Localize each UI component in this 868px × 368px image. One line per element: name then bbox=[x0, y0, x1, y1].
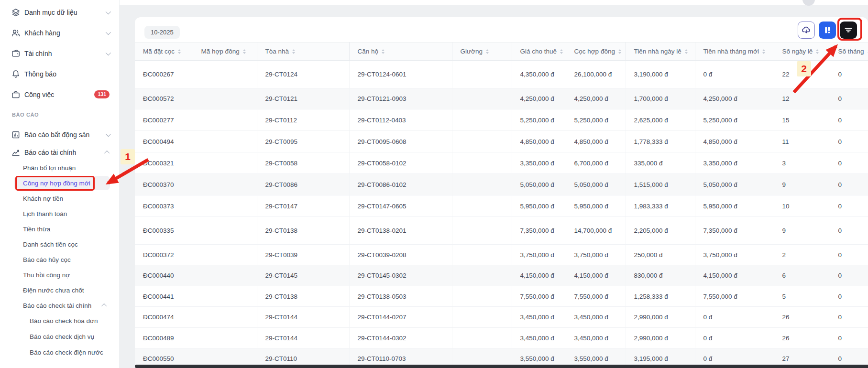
cell-coc-hop-dong: 4,850,000 đ bbox=[566, 131, 626, 152]
filter-button[interactable] bbox=[840, 22, 857, 39]
cell-can-ho: 29-CT0145-0302 bbox=[349, 265, 452, 286]
column-header-so-ngay-le[interactable]: Số ngày lẻ bbox=[774, 43, 830, 61]
cell-so-thang: 0 bbox=[830, 217, 868, 245]
cell-tien-nha-ngay-le: 830,000 đ bbox=[626, 265, 695, 286]
column-header-can-ho[interactable]: Căn hộ bbox=[349, 43, 452, 61]
horizontal-scrollbar[interactable] bbox=[135, 365, 868, 368]
cell-toa-nha: 29-CT0086 bbox=[257, 174, 349, 195]
table-row-ĐC000321[interactable]: ĐC00032129-CT005829-CT0058-01023,350,000… bbox=[135, 152, 868, 174]
table-row-ĐC000572[interactable]: ĐC00057229-CT012129-CT0121-09034,250,000… bbox=[135, 88, 868, 109]
cell-so-thang: 0 bbox=[830, 131, 868, 152]
cell-can-ho: 29-CT0138-0503 bbox=[349, 286, 452, 307]
sidebar-item-dien-nuoc-chua-chot[interactable]: Điện nước chưa chốt bbox=[0, 282, 119, 298]
cell-tien-nha-ngay-le: 1,700,000 đ bbox=[626, 88, 695, 109]
chevron-up-icon bbox=[104, 151, 110, 156]
cell-ma-hop-dong bbox=[193, 152, 257, 174]
cell-coc-hop-dong: 3,750,000 đ bbox=[566, 245, 626, 265]
filter-icon bbox=[844, 25, 853, 35]
column-header-label: Mã hợp đồng bbox=[201, 48, 240, 55]
period-chip[interactable]: 10-2025 bbox=[144, 26, 180, 39]
cell-tien-nha-ngay-le: 2,990,000 đ bbox=[626, 328, 695, 348]
table-row-ĐC000335[interactable]: ĐC00033529-CT013829-CT0138-02017,350,000… bbox=[135, 217, 868, 245]
sidebar-item-bao-cao-huy-coc[interactable]: Báo cáo hủy cọc bbox=[0, 252, 119, 267]
sidebar-item-phan-bo-loi-nhuan[interactable]: Phân bổ lợi nhuận bbox=[0, 160, 119, 175]
column-header-ma-dat-coc[interactable]: Mã đặt cọc bbox=[135, 43, 193, 61]
table-row-ĐC000370[interactable]: ĐC00037029-CT008629-CT0086-01025,050,000… bbox=[135, 174, 868, 195]
cell-ma-dat-coc: ĐC000440 bbox=[135, 265, 193, 286]
table-row-ĐC000373[interactable]: ĐC00037329-CT014729-CT0147-06055,950,000… bbox=[135, 195, 868, 217]
sidebar-item-bao-cao-check-dien-nuoc[interactable]: Báo cáo check điện nước bbox=[0, 345, 119, 360]
table-row-ĐC000277[interactable]: ĐC00027729-CT011229-CT0112-04035,250,000… bbox=[135, 109, 868, 131]
sidebar-item-label: Công nợ hợp đồng mới bbox=[23, 180, 90, 187]
sidebar-item-label: Báo cáo bất động sản bbox=[24, 131, 89, 139]
cell-so-thang: 0 bbox=[830, 286, 868, 307]
sidebar-item-tien-thua[interactable]: Tiền thừa bbox=[0, 221, 119, 237]
sidebar-item-bao-cao-tai-chinh[interactable]: Báo cáo tài chính bbox=[0, 145, 119, 160]
sidebar-item-cong-viec[interactable]: Công việc131 bbox=[0, 84, 119, 105]
sidebar-item-danh-sach-tien-coc[interactable]: Danh sách tiền cọc bbox=[0, 237, 119, 252]
cell-ma-dat-coc: ĐC000370 bbox=[135, 174, 193, 195]
sidebar-item-label: Thông báo bbox=[24, 70, 56, 78]
column-header-gia-cho-thue[interactable]: Giá cho thuê bbox=[512, 43, 566, 61]
sort-icon bbox=[178, 49, 181, 54]
sidebar-item-label: Báo cáo check điện nước bbox=[30, 349, 103, 356]
cell-tien-nha-thang-moi: 0 đ bbox=[695, 328, 774, 348]
cell-ma-dat-coc: ĐC000441 bbox=[135, 286, 193, 307]
cell-tien-nha-thang-moi: 4,850,000 đ bbox=[695, 131, 774, 152]
line-chart-icon bbox=[11, 148, 20, 157]
cell-ma-dat-coc: ĐC000494 bbox=[135, 131, 193, 152]
table-row-ĐC000474[interactable]: ĐC00047429-CT014429-CT0144-02073,450,000… bbox=[135, 307, 868, 328]
cell-toa-nha: 29-CT0112 bbox=[257, 109, 349, 131]
cell-tien-nha-ngay-le: 2,990,000 đ bbox=[626, 307, 695, 328]
table-row-ĐC000494[interactable]: ĐC00049429-CT009529-CT0095-06084,850,000… bbox=[135, 131, 868, 152]
sidebar-item-bao-cao-check-dich-vu[interactable]: Báo cáo check dịch vụ bbox=[0, 329, 119, 345]
table-row-ĐC000440[interactable]: ĐC00044029-CT014529-CT0145-03024,150,000… bbox=[135, 265, 868, 286]
column-header-label: Giường bbox=[461, 48, 483, 55]
cell-ma-hop-dong bbox=[193, 265, 257, 286]
cell-toa-nha: 29-CT0121 bbox=[257, 88, 349, 109]
cell-so-thang: 0 bbox=[830, 245, 868, 265]
column-header-coc-hop-dong[interactable]: Cọc hợp đồng bbox=[566, 43, 626, 61]
column-header-giuong[interactable]: Giường bbox=[452, 43, 512, 61]
sidebar-item-tai-chinh[interactable]: Tài chính bbox=[0, 43, 119, 64]
sidebar-item-khach-no-tien[interactable]: Khách nợ tiền bbox=[0, 191, 119, 206]
sidebar-item-danh-muc-du-lieu[interactable]: Danh mục dữ liệu bbox=[0, 2, 119, 22]
column-header-ma-hop-dong[interactable]: Mã hợp đồng bbox=[193, 43, 257, 61]
sidebar-item-lich-thanh-toan[interactable]: Lịch thanh toán bbox=[0, 206, 119, 221]
cell-tien-nha-thang-moi: 4,150,000 đ bbox=[695, 265, 774, 286]
chevron-up-icon bbox=[101, 303, 107, 309]
cell-ma-hop-dong bbox=[193, 109, 257, 131]
cell-coc-hop-dong: 6,700,000 đ bbox=[566, 152, 626, 174]
cell-tien-nha-ngay-le: 2,625,000 đ bbox=[626, 109, 695, 131]
sidebar-section-label: BÁO CÁO bbox=[0, 105, 119, 125]
sidebar-item-bao-cao-bat-dong-san[interactable]: Báo cáo bất động sản bbox=[0, 125, 119, 145]
sort-icon bbox=[243, 49, 246, 54]
table-row-ĐC000267[interactable]: ĐC00026729-CT012429-CT0124-06014,350,000… bbox=[135, 61, 868, 88]
table-toolbar: 10-2025 bbox=[135, 17, 868, 42]
table-row-ĐC000372[interactable]: ĐC00037229-CT003929-CT0039-02083,750,000… bbox=[135, 245, 868, 265]
cell-toa-nha: 29-CT0145 bbox=[257, 265, 349, 286]
sidebar-item-thong-bao[interactable]: Thông báo bbox=[0, 64, 119, 84]
sidebar-item-thu-hoi-cong-no[interactable]: Thu hồi công nợ bbox=[0, 267, 119, 282]
sidebar-item-cong-no-hop-dong-moi[interactable]: Công nợ hợp đồng mới bbox=[0, 175, 119, 191]
column-header-so-thang[interactable]: Số tháng bbox=[830, 43, 868, 61]
cell-gia-cho-thue: 4,250,000 đ bbox=[512, 88, 566, 109]
cell-giuong bbox=[452, 265, 512, 286]
sidebar-item-bao-cao-check-hoa-don[interactable]: Báo cáo check hóa đơn bbox=[0, 313, 119, 329]
column-header-toa-nha[interactable]: Tòa nhà bbox=[257, 43, 349, 61]
sidebar-item-khach-hang[interactable]: Khách hàng bbox=[0, 22, 119, 43]
table-row-ĐC000489[interactable]: ĐC00048929-CT014429-CT0144-03023,450,000… bbox=[135, 328, 868, 348]
cell-gia-cho-thue: 4,150,000 đ bbox=[512, 265, 566, 286]
column-header-tien-nha-thang-moi[interactable]: Tiền nhà tháng mới bbox=[695, 43, 774, 61]
column-header-tien-nha-ngay-le[interactable]: Tiền nhà ngày lẻ bbox=[626, 43, 695, 61]
cell-giuong bbox=[452, 286, 512, 307]
cell-tien-nha-ngay-le: 2,205,000 đ bbox=[626, 217, 695, 245]
columns-button[interactable] bbox=[819, 22, 836, 39]
cell-ma-hop-dong bbox=[193, 328, 257, 348]
cell-can-ho: 29-CT0124-0601 bbox=[349, 61, 452, 88]
download-button[interactable] bbox=[798, 22, 815, 39]
cell-tien-nha-ngay-le: 250,000 đ bbox=[626, 245, 695, 265]
table-row-ĐC000441[interactable]: ĐC00044129-CT013829-CT0138-05037,550,000… bbox=[135, 286, 868, 307]
sidebar-item-label: Công việc bbox=[24, 91, 54, 98]
sidebar-item-bao-cao-check-tai-chinh[interactable]: Báo cáo check tài chính bbox=[0, 298, 119, 313]
